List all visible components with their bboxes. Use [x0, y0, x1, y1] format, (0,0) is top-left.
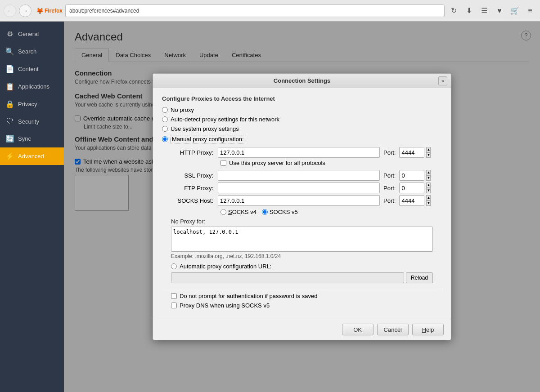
manual-proxy-radio[interactable]	[162, 136, 168, 142]
content-area: Advanced ? General Data Choices Network …	[64, 22, 540, 392]
manual-proxy-row: Manual proxy configuration:	[162, 135, 442, 143]
reload-button[interactable]: Reload	[406, 272, 433, 283]
dialog-close-button[interactable]: ×	[438, 76, 447, 85]
divider	[162, 288, 442, 288]
ftp-proxy-label: FTP Proxy:	[171, 185, 216, 192]
ftp-port-spinner[interactable]: ▲ ▼	[426, 183, 431, 193]
socks-port-spinner[interactable]: ▲ ▼	[426, 195, 431, 206]
pocket-button[interactable]: ♥	[493, 4, 506, 17]
ssl-proxy-row: SSL Proxy: Port: ▲ ▼	[171, 170, 442, 181]
socks-v5-radio[interactable]	[262, 209, 268, 215]
http-proxy-row: HTTP Proxy: Port: ▲ ▼	[171, 147, 442, 158]
ssl-port-down[interactable]: ▼	[426, 175, 431, 181]
http-proxy-input[interactable]	[218, 147, 380, 158]
socks-v4-radio[interactable]	[220, 209, 226, 215]
applications-icon: 📋	[5, 82, 14, 91]
use-for-all-checkbox[interactable]	[220, 160, 226, 166]
auto-detect-radio[interactable]	[162, 116, 168, 122]
ssl-port-spinner[interactable]: ▲ ▼	[426, 170, 431, 181]
http-port-spinner[interactable]: ▲ ▼	[426, 147, 431, 158]
firefox-icon: 🦊	[36, 7, 44, 14]
dialog-header: Connection Settings ×	[153, 74, 451, 88]
no-prompt-auth-label: Do not prompt for authentication if pass…	[180, 293, 317, 299]
proxy-section-title: Configure Proxies to Access the Internet	[162, 95, 442, 102]
sidebar-item-sync[interactable]: 🔄 Sync	[0, 130, 64, 147]
no-proxy-row: No proxy	[162, 107, 442, 113]
sidebar-item-security[interactable]: 🛡 Security	[0, 113, 64, 130]
use-for-all-row: Use this proxy server for all protocols	[162, 160, 442, 166]
ssl-port-up[interactable]: ▲	[426, 170, 431, 175]
sidebar-toggle-button[interactable]: ☰	[478, 4, 490, 17]
no-proxy-textarea[interactable]: localhost, 127.0.0.1	[171, 227, 433, 252]
ftp-port-down[interactable]: ▼	[426, 188, 431, 193]
http-port-label: Port:	[382, 149, 397, 156]
ssl-port-input[interactable]	[399, 170, 424, 181]
ssl-proxy-label: SSL Proxy:	[171, 172, 216, 179]
auto-config-url-input[interactable]	[171, 272, 404, 283]
socks-v4-option: SOCKS v4	[220, 209, 256, 215]
http-port-up[interactable]: ▲	[426, 147, 431, 152]
browser-logo: 🦊 Firefox	[36, 7, 63, 14]
no-prompt-auth-row: Do not prompt for authentication if pass…	[162, 293, 442, 299]
http-proxy-label: HTTP Proxy:	[171, 149, 216, 156]
ftp-proxy-row: FTP Proxy: Port: ▲ ▼	[171, 183, 442, 193]
browser-chrome: ← → 🦊 Firefox about:preferences#advanced…	[0, 0, 540, 22]
ftp-port-up[interactable]: ▲	[426, 183, 431, 188]
no-prompt-auth-checkbox[interactable]	[171, 293, 177, 299]
socks-v4-label: SOCKS v4	[228, 209, 256, 215]
sidebar-item-privacy[interactable]: 🔒 Privacy	[0, 95, 64, 113]
forward-button[interactable]: →	[19, 4, 32, 17]
cart-button[interactable]: 🛒	[508, 4, 521, 17]
use-for-all-label: Use this proxy server for all protocols	[229, 160, 325, 166]
ftp-port-label: Port:	[382, 185, 397, 192]
security-icon: 🛡	[5, 117, 14, 125]
proxy-dns-checkbox[interactable]	[171, 303, 177, 308]
cancel-button[interactable]: Cancel	[377, 324, 409, 335]
help-button[interactable]: Help	[412, 324, 444, 335]
connection-settings-dialog: Connection Settings × Configure Proxies …	[153, 73, 451, 340]
back-button[interactable]: ←	[4, 4, 16, 17]
ssl-port-label: Port:	[382, 172, 397, 179]
address-bar[interactable]: about:preferences#advanced	[65, 4, 445, 17]
reload-button[interactable]: ↻	[447, 4, 460, 17]
auto-detect-row: Auto-detect proxy settings for this netw…	[162, 116, 442, 123]
socks-v5-option: SOCKS v5	[262, 209, 298, 215]
socks-v5-label: SOCKS v5	[270, 209, 298, 215]
system-proxy-radio[interactable]	[162, 126, 168, 132]
privacy-icon: 🔒	[5, 100, 14, 108]
no-proxy-for-label: No Proxy for:	[162, 218, 442, 225]
sidebar-item-content[interactable]: 📄 Content	[0, 60, 64, 78]
dialog-footer: OK Cancel Help	[153, 319, 451, 340]
auto-detect-label: Auto-detect proxy settings for this netw…	[171, 116, 279, 123]
socks-host-row: SOCKS Host: Port: ▲ ▼	[171, 195, 442, 206]
socks-port-down[interactable]: ▼	[426, 200, 431, 206]
sidebar: ⚙ General 🔍 Search 📄 Content 📋 Applicati…	[0, 22, 64, 392]
ok-button[interactable]: OK	[342, 324, 374, 335]
socks-port-label: Port:	[382, 197, 397, 204]
sidebar-item-general[interactable]: ⚙ General	[0, 25, 64, 43]
no-proxy-example: Example: .mozilla.org, .net.nz, 192.168.…	[162, 253, 442, 259]
main-layout: ⚙ General 🔍 Search 📄 Content 📋 Applicati…	[0, 22, 540, 392]
search-icon: 🔍	[5, 47, 14, 56]
ftp-proxy-input[interactable]	[218, 183, 380, 193]
system-proxy-label: Use system proxy settings	[171, 125, 239, 132]
sidebar-item-advanced[interactable]: ⚡ Advanced	[0, 147, 64, 165]
http-port-down[interactable]: ▼	[426, 152, 431, 158]
ssl-proxy-input[interactable]	[218, 170, 380, 181]
proxy-dns-label: Proxy DNS when using SOCKS v5	[180, 302, 270, 309]
sync-icon: 🔄	[5, 134, 14, 143]
auto-config-label: Automatic proxy configuration URL:	[180, 263, 271, 270]
socks-host-input[interactable]	[218, 195, 380, 206]
socks-port-up[interactable]: ▲	[426, 195, 431, 200]
ftp-port-input[interactable]	[399, 183, 424, 193]
menu-button[interactable]: ≡	[524, 4, 536, 17]
system-proxy-row: Use system proxy settings	[162, 125, 442, 132]
socks-host-label: SOCKS Host:	[171, 197, 216, 204]
auto-config-radio[interactable]	[171, 263, 177, 269]
socks-port-input[interactable]	[399, 195, 424, 206]
http-port-input[interactable]	[399, 147, 424, 158]
no-proxy-radio[interactable]	[162, 107, 168, 113]
download-button[interactable]: ⬇	[463, 4, 475, 17]
sidebar-item-applications[interactable]: 📋 Applications	[0, 78, 64, 95]
sidebar-item-search[interactable]: 🔍 Search	[0, 43, 64, 60]
